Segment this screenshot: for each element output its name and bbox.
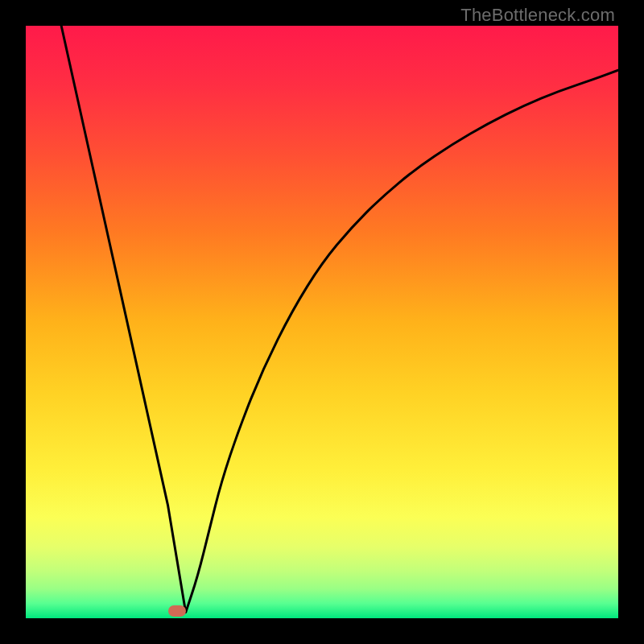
watermark-text: TheBottleneck.com — [460, 5, 615, 26]
optimal-marker — [168, 605, 186, 617]
curve-path — [61, 26, 618, 613]
bottleneck-curve — [26, 26, 618, 618]
plot-area — [26, 26, 618, 618]
plot-frame — [26, 26, 618, 618]
